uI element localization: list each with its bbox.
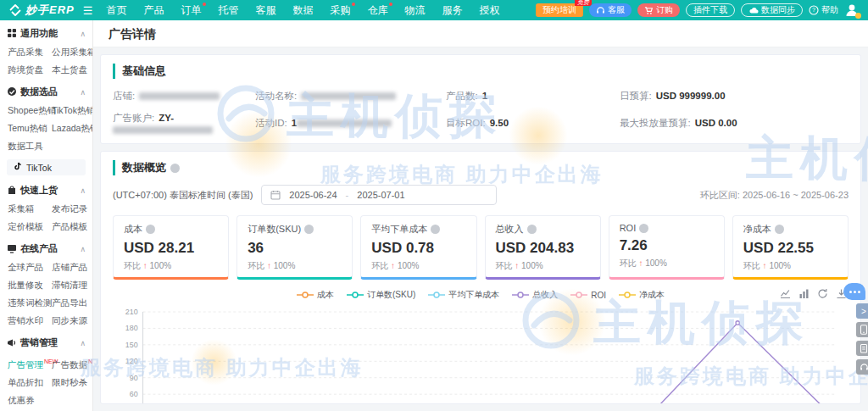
sidebar-section-3[interactable]: 在线产品∧ [0, 237, 92, 258]
sidebar-item-0-1[interactable]: 公用采集箱 [52, 43, 93, 61]
sidebar-item-3-5[interactable]: 产品导出 [52, 294, 92, 312]
info-icon[interactable] [639, 224, 648, 233]
customer-service-button[interactable]: 客服 [589, 3, 632, 17]
nav-item-3[interactable]: 托管 [209, 0, 247, 20]
sidebar-item-3-3[interactable]: 滞销清理 [52, 276, 92, 294]
subscribe-button[interactable]: 订购 [637, 3, 680, 17]
collapse-chevron-icon[interactable]: > [856, 303, 868, 319]
phone-icon[interactable] [856, 322, 868, 337]
sidebar-item-4-3[interactable]: 限时秒杀 [52, 374, 93, 392]
sidebar-section-4[interactable]: 营销管理∧ [0, 331, 92, 353]
refresh-icon[interactable] [817, 288, 828, 299]
stat-value: USD 28.21 [124, 240, 218, 257]
sidebar-item-0-0[interactable]: 产品采集 [8, 43, 52, 61]
info-icon[interactable] [170, 164, 180, 173]
nav-item-7[interactable]: 仓库 [359, 0, 396, 20]
sidebar-item-4-0[interactable]: 广告管理NEW [8, 353, 52, 374]
sidebar-item-2-2[interactable]: 定价模板 [8, 218, 52, 236]
sidebar-item-4-2[interactable]: 单品折扣 [8, 374, 52, 392]
headset-widget-icon[interactable] [856, 359, 868, 375]
sidebar-item-3-2[interactable]: 批量修改 [8, 276, 52, 294]
avatar[interactable] [844, 3, 860, 18]
cloud-icon [748, 6, 759, 14]
info-icon[interactable] [527, 225, 537, 234]
training-button[interactable]: 预约培训 免费 [536, 3, 583, 17]
chevron-up-icon[interactable]: ∧ [80, 245, 86, 253]
monitor-icon [7, 243, 17, 255]
line-chart[interactable]: 03060901201501802102025-06-242025-06-252… [113, 305, 849, 404]
sidebar-item-4-4[interactable]: 优惠券 [8, 392, 52, 409]
chat-widget-button[interactable] [843, 283, 865, 300]
nav-item-6[interactable]: 采购 [321, 0, 359, 20]
bar-chart-icon[interactable] [798, 288, 810, 299]
sidebar-items: 全球产品店铺产品批量修改滞销清理违禁词检测产品导出营销水印同步来源 [0, 258, 92, 331]
sidebar-item-1-2[interactable]: Temu热销 [8, 119, 52, 137]
stat-card-5: 净成本USD 22.55环比 ↑ 100% [732, 215, 849, 280]
sidebar-item-3-7[interactable]: 同步来源 [52, 312, 92, 330]
basic-field-2: 产品数:1 [446, 90, 620, 103]
chevron-up-icon[interactable]: ∧ [80, 339, 86, 347]
line-chart-icon[interactable] [780, 288, 791, 299]
sidebar-item-1-0[interactable]: Shopee热销 [8, 102, 52, 119]
nav-item-4[interactable]: 客服 [247, 0, 284, 20]
stat-label: 订单数(SKU) [248, 223, 301, 236]
help-button[interactable]: ? 帮助 [809, 4, 838, 16]
sidebar-item-4-1[interactable]: 广告数据NEW [52, 353, 93, 374]
stat-label: ROI [620, 223, 637, 233]
legend-item-0[interactable]: 成本 [297, 289, 334, 301]
chevron-up-icon[interactable]: ∧ [80, 88, 86, 97]
sidebar-item-3-6[interactable]: 营销水印 [8, 312, 52, 330]
sidebar-item-1-1[interactable]: TikTok热销 [52, 102, 93, 119]
chevron-up-icon[interactable]: ∧ [80, 186, 86, 195]
date-filter-row: (UTC+07:00) 泰国标准时间 (泰国) 2025-06-24 - 202… [113, 185, 849, 205]
legend-item-4[interactable]: ROI [570, 291, 606, 300]
field-label: 最大投放量预算: [620, 118, 691, 128]
nav-item-9[interactable]: 服务 [433, 0, 470, 20]
sidebar-item-3-1[interactable]: 店铺产品 [52, 258, 92, 276]
sidebar-item-tiktok[interactable]: TikTok [7, 159, 86, 175]
nav-item-5[interactable]: 数据 [284, 0, 321, 20]
sidebar-item-0-3[interactable]: 本土货盘 [52, 61, 93, 79]
plugin-download-button[interactable]: 插件下载 [686, 3, 735, 17]
info-icon[interactable] [775, 225, 784, 234]
sidebar-section-2[interactable]: 快速上货∧ [0, 179, 92, 200]
nav-item-8[interactable]: 物流 [396, 0, 433, 20]
nav-item-10[interactable]: 授权 [470, 0, 508, 20]
menu-toggle-icon[interactable]: ☰ [83, 4, 93, 17]
sidebar-item-1-3[interactable]: Lazada热销 [52, 119, 93, 137]
clipboard-icon[interactable] [856, 341, 868, 356]
info-icon[interactable] [431, 225, 440, 234]
date-range-picker[interactable]: 2025-06-24 - 2025-07-01 [261, 185, 497, 205]
legend-item-1[interactable]: 订单数(SKU) [347, 289, 415, 301]
chevron-up-icon[interactable]: ∧ [80, 30, 86, 38]
sidebar-item-2-1[interactable]: 发布记录 [52, 200, 92, 218]
data-sync-button[interactable]: 数据同步 [741, 3, 803, 17]
date-end-value[interactable]: 2025-07-01 [357, 190, 404, 200]
legend-item-5[interactable]: 净成本 [619, 289, 665, 301]
sidebar-item-3-0[interactable]: 全球产品 [8, 258, 52, 276]
legend-item-3[interactable]: 总收入 [512, 289, 558, 301]
info-icon[interactable] [146, 225, 155, 234]
sidebar-item-1-4[interactable]: 数据工具 [8, 137, 93, 155]
nav-item-0[interactable]: 首页 [97, 0, 135, 20]
nav-item-2[interactable]: 订单 [172, 0, 209, 20]
sidebar-item-2-0[interactable]: 采集箱 [8, 200, 52, 218]
stat-value: 36 [248, 240, 342, 257]
info-icon[interactable] [304, 225, 314, 234]
app-logo[interactable]: 妙手ERP [8, 3, 75, 18]
nav-item-1[interactable]: 产品 [135, 0, 172, 20]
svg-text:150: 150 [125, 341, 138, 349]
basic-info-card: 基础信息 店铺:活动名称:产品数:1日预算:USD 999999.00广告账户:… [100, 54, 861, 144]
date-start-value[interactable]: 2025-06-24 [289, 190, 337, 200]
trend-up-icon: ↑ [391, 261, 395, 270]
sidebar-item-3-4[interactable]: 违禁词检测 [8, 294, 52, 312]
sidebar-item-0-2[interactable]: 跨境货盘 [8, 61, 52, 79]
legend-item-2[interactable]: 平均下单成本 [428, 289, 499, 301]
data-sync-label: 数据同步 [761, 4, 795, 16]
sidebar-section-0[interactable]: 通用功能∧ [0, 22, 92, 43]
sidebar-section-1[interactable]: 数据选品∧ [0, 81, 92, 102]
headset-icon [596, 6, 605, 15]
sidebar-item-2-3[interactable]: 产品模板 [52, 218, 92, 236]
stat-label: 总收入 [496, 223, 524, 236]
sidebar: 通用功能∧产品采集公用采集箱跨境货盘本土货盘数据选品∧Shopee热销TikTo… [0, 20, 93, 411]
